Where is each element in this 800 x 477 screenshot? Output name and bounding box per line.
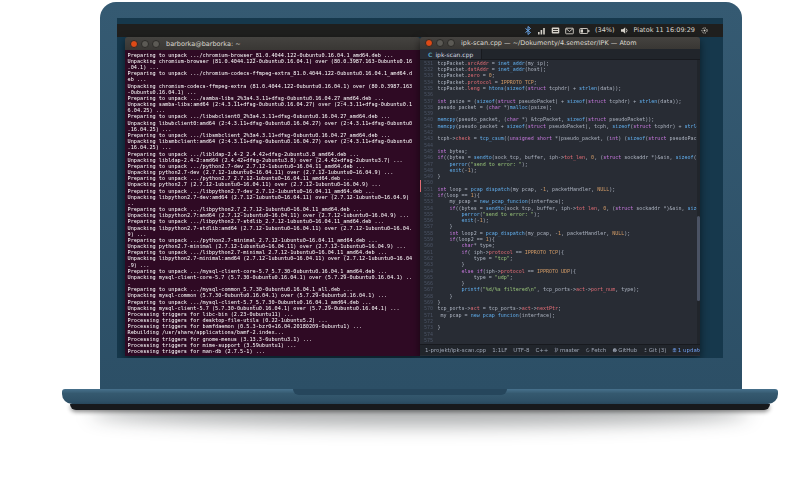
atom-minimize-button[interactable] <box>436 39 444 47</box>
status-line-ending[interactable]: LF <box>501 347 507 354</box>
branch-name: master <box>560 347 579 354</box>
terminal-close-button[interactable] <box>130 40 138 48</box>
network-signal-icon[interactable] <box>537 26 546 35</box>
branch-icon <box>554 348 558 353</box>
status-update-badge[interactable]: 1 update <box>672 347 700 354</box>
editor-scrollbar-thumb[interactable] <box>697 216 700 301</box>
mail-icon[interactable] <box>565 27 574 35</box>
github-icon <box>612 348 617 353</box>
status-git-branch[interactable]: master <box>554 347 579 354</box>
laptop-lid: (34%) Piatok 11 16:09:29 barborka@barbor… <box>100 2 742 390</box>
atom-close-button[interactable] <box>425 39 433 47</box>
status-cursor-position[interactable]: 1:1 <box>492 347 501 354</box>
terminal-output[interactable]: Preparing to unpack .../chromium-browser… <box>125 50 420 356</box>
terminal-minimize-button[interactable] <box>141 40 149 48</box>
atom-tab-bar: C ipk-scan.cpp <box>420 49 700 60</box>
status-file-path[interactable]: 1-projekt/ipk-scan.cpp <box>425 347 486 354</box>
page-background: (34%) Piatok 11 16:09:29 barborka@barbor… <box>0 0 800 477</box>
laptop-base <box>62 389 778 404</box>
status-grammar[interactable]: C++ <box>535 347 548 354</box>
update-label: 1 update <box>678 347 700 354</box>
status-encoding[interactable]: UTF-8 <box>513 347 529 354</box>
line-number: 575 <box>420 337 438 343</box>
status-git-changes[interactable]: Git (3) <box>643 347 666 354</box>
laptop-base-edge <box>70 404 770 410</box>
top-panel: (34%) Piatok 11 16:09:29 <box>117 24 723 37</box>
package-icon <box>672 348 676 353</box>
terminal-titlebar[interactable]: barborka@barborka: ~ <box>125 37 420 50</box>
keyboard-layout-icon[interactable] <box>551 26 560 35</box>
status-github[interactable]: GitHub <box>612 347 637 354</box>
laptop-screen: (34%) Piatok 11 16:09:29 barborka@barbor… <box>117 18 723 358</box>
panel-clock[interactable]: Piatok 11 16:09:29 <box>634 24 695 37</box>
atom-title: ipk-scan.cpp — ~/Dokumenty/4.semester/IP… <box>461 39 637 47</box>
battery-icon[interactable] <box>579 27 590 35</box>
laptop-lid-notch <box>293 389 507 395</box>
tab-ipk-scan-cpp[interactable]: C ipk-scan.cpp <box>420 49 482 59</box>
bluetooth-icon[interactable] <box>524 26 532 35</box>
editor-scrollbar[interactable] <box>697 60 700 344</box>
sync-icon <box>585 348 590 353</box>
fetch-label: Fetch <box>591 347 606 354</box>
code-line[interactable]: 575 <box>420 337 700 343</box>
tab-label: ipk-scan.cpp <box>435 51 473 58</box>
diff-icon <box>643 348 647 353</box>
terminal-text: Preparing to unpack .../chromium-browser… <box>125 50 420 354</box>
git-changes-label: Git (3) <box>649 347 666 354</box>
cpp-file-icon: C <box>428 51 432 58</box>
atom-window: ipk-scan.cpp — ~/Dokumenty/4.semester/IP… <box>420 37 700 356</box>
code-text <box>438 337 701 343</box>
github-label: GitHub <box>618 347 637 354</box>
atom-status-bar: 1-projekt/ipk-scan.cpp 1:1 LF UTF-8 C++ … <box>420 344 700 355</box>
terminal-maximize-button[interactable] <box>152 40 160 48</box>
terminal-title: barborka@barborka: ~ <box>166 40 241 48</box>
volume-icon[interactable] <box>620 26 629 35</box>
battery-percentage[interactable]: (34%) <box>595 24 615 37</box>
atom-maximize-button[interactable] <box>447 39 455 47</box>
terminal-window: barborka@barborka: ~ Preparing to unpack… <box>125 37 420 356</box>
atom-titlebar[interactable]: ipk-scan.cpp — ~/Dokumenty/4.semester/IP… <box>420 37 700 49</box>
status-fetch[interactable]: Fetch <box>585 347 606 354</box>
code-editor[interactable]: 531tcpPacket.srcAddr = inet_addr(my_ip);… <box>420 60 700 344</box>
session-gear-icon[interactable] <box>700 26 709 35</box>
